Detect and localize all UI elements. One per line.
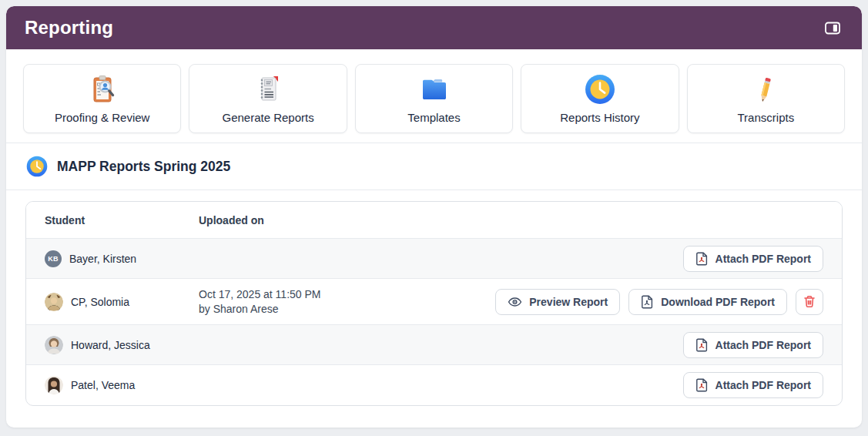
nav-card-proofing-review[interactable]: Proofing & Review [23,64,181,133]
eye-icon [508,296,522,308]
column-header-student: Student [26,214,199,226]
proofing-review-icon [88,74,117,105]
clock-icon [26,156,48,177]
pdf-file-icon [695,252,709,266]
uploaded-on-cell: Oct 17, 2025 at 11:50 PM by Sharon Arese [199,288,495,315]
avatar [45,336,63,354]
main-panel: Reporting [6,6,862,428]
page-title: Reporting [25,17,113,39]
delete-report-button[interactable] [796,289,823,315]
table-row: Howard, Jessica Attach PDF Report [26,325,842,365]
app-header: Reporting [6,6,862,49]
section-title: MAPP Reports Spring 2025 [57,159,230,175]
nav-card-label: Generate Reports [222,111,313,124]
nav-card-label: Proofing & Review [55,111,149,124]
attach-pdf-report-button[interactable]: Attach PDF Report [683,246,823,272]
table-row: Patel, Veema Attach PDF Report [26,365,842,405]
nav-card-label: Reports History [560,111,639,124]
download-pdf-report-button[interactable]: Download PDF Report [628,289,787,315]
attach-pdf-report-label: Attach PDF Report [716,379,811,391]
nav-card-reports-history[interactable]: Reports History [521,64,679,133]
nav-card-label: Templates [407,111,460,124]
preview-report-label: Preview Report [529,296,608,308]
panel-toggle-button[interactable] [822,18,843,38]
student-name: Howard, Jessica [71,339,150,351]
preview-report-button[interactable]: Preview Report [495,289,620,315]
column-header-uploaded-on: Uploaded on [199,214,842,226]
nav-card-transcripts[interactable]: Transcripts [687,64,845,133]
pdf-file-icon [695,338,709,352]
pdf-file-icon [695,378,709,392]
nav-card-label: Transcripts [738,111,795,124]
generate-reports-icon [253,74,283,105]
panel-toggle-icon [825,22,840,35]
attach-pdf-report-button[interactable]: Attach PDF Report [683,372,823,398]
download-pdf-report-label: Download PDF Report [661,296,775,308]
avatar [45,376,63,394]
reports-history-clock-icon [585,74,615,105]
table-row: KB Bayer, Kirsten Attach PDF Report [26,239,842,279]
avatar: KB [45,250,62,267]
table-row: CP, Solomia Oct 17, 2025 at 11:50 PM by … [26,279,842,325]
upload-date: Oct 17, 2025 at 11:50 PM [199,288,495,300]
reports-table: Student Uploaded on KB Bayer, Kirsten [25,201,843,406]
avatar [45,293,63,311]
attach-pdf-report-label: Attach PDF Report [716,339,811,351]
attach-pdf-report-label: Attach PDF Report [716,253,811,265]
pdf-file-icon [641,295,654,309]
templates-folder-icon [418,74,451,105]
student-name: Patel, Veema [71,379,135,391]
page: Reporting [0,0,868,434]
upload-author: by Sharon Arese [199,303,495,315]
table-header-row: Student Uploaded on [26,202,842,239]
section-header: MAPP Reports Spring 2025 [6,143,862,190]
nav-card-generate-reports[interactable]: Generate Reports [189,64,347,133]
student-name: Bayer, Kirsten [69,253,136,265]
trash-icon [803,295,816,308]
transcripts-pencil-icon [750,74,781,105]
nav-cards-row: Proofing & Review [6,49,862,143]
nav-card-templates[interactable]: Templates [355,64,513,133]
student-name: CP, Solomia [71,296,129,308]
attach-pdf-report-button[interactable]: Attach PDF Report [683,332,823,358]
